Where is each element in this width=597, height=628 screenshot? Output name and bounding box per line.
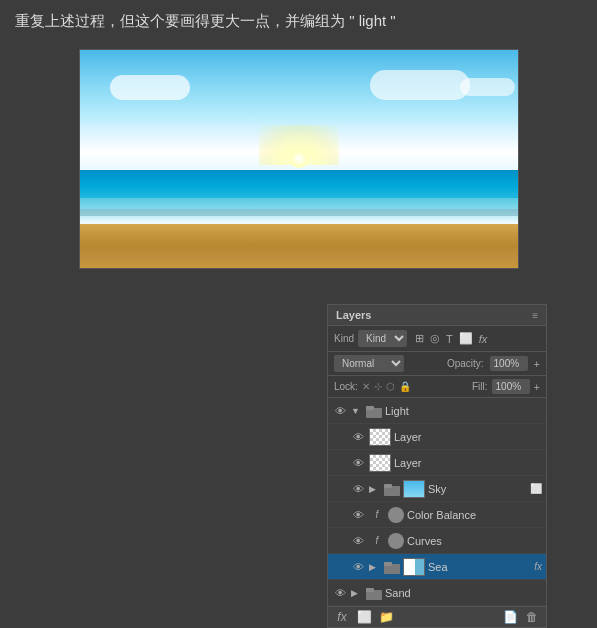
clouds bbox=[80, 70, 518, 110]
panel-filter-row: Kind Kind ⊞ ◎ T ⬜ fx bbox=[328, 326, 546, 352]
lock-label: Lock: bbox=[334, 381, 358, 392]
delete-layer-button[interactable]: 🗑 bbox=[524, 610, 540, 624]
visibility-layer2-icon[interactable]: 👁 bbox=[350, 455, 366, 471]
kind-label: Kind bbox=[334, 333, 354, 344]
canvas-image bbox=[79, 49, 519, 269]
panel-mode-row: Normal Opacity: + bbox=[328, 352, 546, 376]
layer-row-light-group[interactable]: 👁 ▼ Light bbox=[328, 398, 546, 424]
fill-label: Fill: bbox=[472, 381, 488, 392]
fill-plus-icon[interactable]: + bbox=[534, 381, 540, 393]
panel-header: Layers ≡ bbox=[328, 305, 546, 326]
layer-rows: 👁 ▼ Light 👁 Layer 👁 Layer 👁 ▶ bbox=[328, 398, 546, 606]
canvas-area bbox=[0, 41, 597, 279]
svg-rect-5 bbox=[384, 562, 392, 566]
cloud3 bbox=[460, 78, 515, 96]
layer-name-curves: Curves bbox=[407, 535, 542, 547]
sand-layer bbox=[80, 224, 518, 268]
layers-panel: Layers ≡ Kind Kind ⊞ ◎ T ⬜ fx Normal Opa… bbox=[327, 304, 547, 628]
panel-menu-icon[interactable]: ≡ bbox=[532, 310, 538, 321]
expand-light-icon[interactable]: ▼ bbox=[351, 406, 363, 416]
svg-rect-3 bbox=[384, 484, 392, 488]
layer-name-light: Light bbox=[385, 405, 542, 417]
visibility-curves-icon[interactable]: 👁 bbox=[350, 533, 366, 549]
filter-smart-icon[interactable]: fx bbox=[479, 333, 488, 345]
layer-row-curves[interactable]: 👁 f Curves bbox=[328, 528, 546, 554]
visibility-layer1-icon[interactable]: 👁 bbox=[350, 429, 366, 445]
layer-row-sand[interactable]: 👁 ▶ Sand bbox=[328, 580, 546, 606]
filter-adj-icon[interactable]: ◎ bbox=[430, 332, 440, 345]
sun-core bbox=[289, 150, 309, 168]
opacity-plus-icon[interactable]: + bbox=[534, 358, 540, 370]
lock-pixels-icon[interactable]: ✕ bbox=[362, 381, 370, 392]
blend-mode-selector[interactable]: Normal bbox=[334, 355, 404, 372]
layer-name-colorbalance: Color Balance bbox=[407, 509, 542, 521]
layer-name-sea: Sea bbox=[428, 561, 531, 573]
visibility-sea-icon[interactable]: 👁 bbox=[350, 559, 366, 575]
visibility-sand-icon[interactable]: 👁 bbox=[332, 585, 348, 601]
sky-layer bbox=[80, 50, 518, 170]
svg-rect-7 bbox=[366, 588, 374, 592]
visibility-sky-icon[interactable]: 👁 bbox=[350, 481, 366, 497]
layer-row-sky[interactable]: 👁 ▶ Sky ⬜ bbox=[328, 476, 546, 502]
layer-row-1[interactable]: 👁 Layer bbox=[328, 424, 546, 450]
layer-row-sea[interactable]: 👁 ▶ Sea fx bbox=[328, 554, 546, 580]
kind-selector[interactable]: Kind bbox=[358, 330, 407, 347]
folder-sand-icon bbox=[366, 586, 382, 600]
layer-name-2: Layer bbox=[394, 457, 542, 469]
adj-colorbalance-prefix: f bbox=[369, 507, 385, 523]
expand-sand-icon[interactable]: ▶ bbox=[351, 588, 363, 598]
add-style-button[interactable]: fx bbox=[334, 610, 350, 624]
opacity-input[interactable] bbox=[490, 356, 528, 371]
cloud1 bbox=[110, 75, 190, 100]
svg-rect-1 bbox=[366, 406, 374, 410]
visibility-light-icon[interactable]: 👁 bbox=[332, 403, 348, 419]
layer-name-1: Layer bbox=[394, 431, 542, 443]
lock-position-icon[interactable]: ⊹ bbox=[374, 381, 382, 392]
folder-light-icon bbox=[366, 404, 382, 418]
cloud2 bbox=[370, 70, 470, 100]
colorbalance-adj-icon bbox=[388, 507, 404, 523]
layer-row-color-balance[interactable]: 👁 f Color Balance bbox=[328, 502, 546, 528]
filter-shape-icon[interactable]: ⬜ bbox=[459, 332, 473, 345]
instruction-content: 重复上述过程，但这个要画得更大一点，并编组为 " light " bbox=[15, 12, 396, 29]
sky-thumb bbox=[403, 480, 425, 498]
layer1-thumb bbox=[369, 428, 391, 446]
expand-sky-icon[interactable]: ▶ bbox=[369, 484, 381, 494]
panel-title: Layers bbox=[336, 309, 371, 321]
filter-icons: ⊞ ◎ T ⬜ fx bbox=[411, 332, 491, 345]
add-mask-button[interactable]: ⬜ bbox=[356, 610, 372, 624]
new-layer-button[interactable]: 📄 bbox=[502, 610, 518, 624]
adj-curves-prefix: f bbox=[369, 533, 385, 549]
layer-row-2[interactable]: 👁 Layer bbox=[328, 450, 546, 476]
folder-sea-icon bbox=[384, 560, 400, 574]
instruction-text: 重复上述过程，但这个要画得更大一点，并编组为 " light " bbox=[0, 0, 597, 41]
layer-name-sky: Sky bbox=[428, 483, 527, 495]
panel-lock-row: Lock: ✕ ⊹ ⬡ 🔒 Fill: + bbox=[328, 376, 546, 398]
opacity-label: Opacity: bbox=[447, 358, 484, 369]
folder-sky-icon bbox=[384, 482, 400, 496]
visibility-colorbalance-icon[interactable]: 👁 bbox=[350, 507, 366, 523]
curves-adj-icon bbox=[388, 533, 404, 549]
panel-bottom-bar: fx ⬜ 📁 📄 🗑 bbox=[328, 606, 546, 627]
lock-artboard-icon[interactable]: ⬡ bbox=[386, 381, 395, 392]
beach-scene bbox=[80, 50, 518, 268]
expand-sea-icon[interactable]: ▶ bbox=[369, 562, 381, 572]
filter-type-icon[interactable]: T bbox=[446, 333, 453, 345]
sea-thumb bbox=[403, 558, 425, 576]
lock-all-icon[interactable]: 🔒 bbox=[399, 381, 411, 392]
sea-fx-badge: fx bbox=[534, 561, 542, 572]
filter-pixel-icon[interactable]: ⊞ bbox=[415, 332, 424, 345]
lock-icons: ✕ ⊹ ⬡ 🔒 bbox=[362, 381, 411, 392]
sky-badge: ⬜ bbox=[530, 483, 542, 494]
layer-name-sand: Sand bbox=[385, 587, 542, 599]
fill-input[interactable] bbox=[492, 379, 530, 394]
layer2-thumb bbox=[369, 454, 391, 472]
new-group-button[interactable]: 📁 bbox=[378, 610, 394, 624]
